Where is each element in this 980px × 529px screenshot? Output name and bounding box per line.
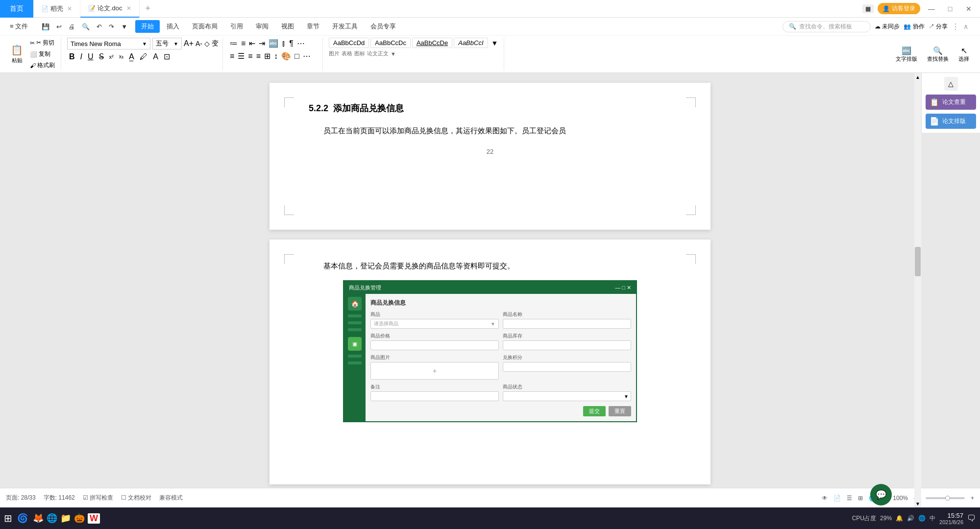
tab-devtools[interactable]: 开发工具 (326, 20, 364, 33)
minimize-button[interactable]: — (924, 1, 939, 16)
field-status-select[interactable]: ▼ (503, 391, 631, 401)
numbering-btn[interactable]: ≡ (240, 38, 246, 49)
close-button[interactable]: ✕ (961, 1, 976, 16)
decrease-indent-btn[interactable]: ⇤ (248, 38, 256, 49)
maximize-button[interactable]: □ (943, 1, 957, 16)
taskbar-app1[interactable]: 🎃 (74, 513, 85, 524)
style-normal-btn[interactable]: AaBbCcDd (329, 38, 369, 48)
scroll-down-btn[interactable]: ▼ (914, 500, 921, 507)
superscript-button[interactable]: x² (107, 53, 116, 61)
zoom-plus-btn[interactable]: + (971, 495, 974, 502)
undo2-btn[interactable]: ↶ (94, 22, 105, 31)
text-bg-btn[interactable]: A (151, 51, 160, 62)
zoom-slider[interactable] (926, 497, 965, 499)
doc-view-btn[interactable]: 📄 (833, 495, 841, 502)
redo-btn[interactable]: ↷ (106, 22, 117, 31)
sort-btn[interactable]: 🔤 (268, 38, 279, 49)
taskbar-tray-vol[interactable]: 🔊 (907, 515, 914, 522)
undo-btn[interactable]: ↩ (53, 22, 65, 31)
more-para-btn[interactable]: ⋯ (296, 38, 306, 49)
style-h3-btn[interactable]: AaBbCcI (454, 38, 488, 48)
border-style-btn[interactable]: □ (294, 51, 300, 62)
change-case-btn[interactable]: 变 (212, 39, 219, 48)
align-center-btn[interactable]: ☰ (237, 50, 245, 62)
taskbar-cortana[interactable]: 🌀 (17, 513, 28, 524)
font-color-btn[interactable]: A̲ (127, 51, 136, 62)
ribbon-menu[interactable]: ≡ 文件 (4, 20, 34, 33)
tab-member[interactable]: 会员专享 (365, 20, 402, 33)
bold-button[interactable]: B (67, 51, 77, 62)
style-h2-btn[interactable]: AaBbCcDe (412, 38, 452, 48)
grid-button[interactable]: ▦ (862, 4, 874, 13)
start-button[interactable]: ⊞ (4, 512, 12, 524)
copy-button[interactable]: ⬜ 复制 (28, 49, 57, 59)
taskbar-wps[interactable]: W (88, 513, 100, 524)
field-price-input[interactable] (370, 340, 499, 350)
font-name-selector[interactable]: Times New Roma ▼ (67, 38, 150, 49)
more-arrow[interactable]: ▼ (118, 22, 130, 31)
share-btn[interactable]: ↗ 分享 (929, 23, 948, 31)
close-tab-daoru[interactable]: ✕ (67, 5, 72, 12)
collab-btn[interactable]: 👥 协作 (904, 23, 924, 31)
field-pname-input[interactable] (503, 319, 631, 329)
doc-check[interactable]: ☐ 文档校对 (121, 494, 151, 502)
tab-start[interactable]: 开始 (135, 20, 160, 33)
styles-expand-btn[interactable]: ▼ (490, 38, 500, 48)
tab-chapter[interactable]: 章节 (301, 20, 325, 33)
ribbon-more-btn[interactable]: ⋮ (952, 22, 959, 31)
increase-indent-btn[interactable]: ⇥ (258, 38, 266, 49)
font-decrease-btn[interactable]: A- (196, 40, 202, 48)
compat-mode[interactable]: 兼容模式 (159, 494, 183, 502)
strikethrough-button[interactable]: S̶ (97, 51, 106, 62)
italic-button[interactable]: I (78, 51, 84, 62)
underline-button[interactable]: U (86, 51, 96, 62)
taskbar-clock[interactable]: 15:57 2021/8/26 (939, 512, 963, 525)
paper-format-btn[interactable]: 📄 论文排版 (926, 114, 976, 129)
tab-doc[interactable]: 📝 论文.doc ✕ (80, 0, 140, 18)
taskbar-tray-net[interactable]: 🌐 (918, 515, 926, 522)
paste-button[interactable]: 📋 粘贴 (8, 42, 26, 66)
field-remark-input[interactable] (370, 391, 499, 401)
bullets-btn[interactable]: ≔ (229, 38, 239, 49)
column-btn[interactable]: ⫿ (281, 38, 287, 49)
sync-btn[interactable]: ☁ 未同步 (875, 23, 900, 31)
taskbar-tray-ime[interactable]: 中 (930, 514, 935, 523)
ribbon-collapse-btn[interactable]: ∧ (963, 23, 968, 30)
field-image-upload[interactable]: + (370, 362, 499, 380)
list-view-btn[interactable]: ☰ (847, 495, 852, 502)
tab-layout[interactable]: 页面布局 (186, 20, 223, 33)
close-tab-doc[interactable]: ✕ (126, 5, 131, 12)
line-spacing-btn[interactable]: ↕ (273, 51, 279, 62)
more-btn2[interactable]: ⋯ (302, 50, 312, 62)
fill-color-btn[interactable]: 🎨 (280, 50, 292, 62)
spell-check[interactable]: ☑ 拼写检查 (83, 494, 113, 502)
chat-fab-button[interactable]: 💬 (870, 484, 892, 505)
cut-button[interactable]: ✂ ✂ 剪切 (28, 38, 57, 48)
sidebar-collapse-btn[interactable]: △ (944, 77, 958, 91)
find-replace-btn[interactable]: 🔍 查找替换 (924, 45, 952, 64)
taskbar-notification-btn[interactable]: 🗨 (967, 513, 976, 524)
taskbar-explorer[interactable]: 📁 (60, 513, 71, 524)
save-btn[interactable]: 💾 (39, 22, 52, 31)
visitor-login-button[interactable]: 👤 访客登录 (878, 3, 920, 14)
tab-insert[interactable]: 插入 (161, 20, 185, 33)
align-left-btn[interactable]: ≡ (229, 51, 235, 62)
paper-check-btn[interactable]: 📋 论文查重 (926, 95, 976, 110)
align-right-btn[interactable]: ≡ (247, 51, 253, 62)
field-stock-input[interactable] (503, 340, 631, 350)
submit-button[interactable]: 提交 (583, 406, 606, 416)
vertical-scrollbar[interactable]: ▲ ▼ (914, 73, 921, 507)
select-btn[interactable]: ↖ 选择 (956, 45, 972, 64)
reset-button[interactable]: 重置 (609, 406, 631, 416)
highlight-btn[interactable]: 🖊 (138, 51, 149, 62)
layout-view-btn[interactable]: ⊞ (858, 495, 863, 502)
eye-btn[interactable]: 👁 (822, 495, 828, 502)
tab-reference[interactable]: 引用 (224, 20, 249, 33)
tab-review[interactable]: 审阅 (250, 20, 274, 33)
border-btn[interactable]: ⊡ (162, 51, 172, 62)
print-btn[interactable]: 🖨 (66, 22, 78, 31)
scroll-thumb[interactable] (915, 247, 921, 276)
taskbar-browser1[interactable]: 🦊 (33, 513, 44, 524)
tab-view[interactable]: 视图 (275, 20, 300, 33)
tab-daoru[interactable]: 📄 稻壳 ✕ (33, 0, 80, 18)
